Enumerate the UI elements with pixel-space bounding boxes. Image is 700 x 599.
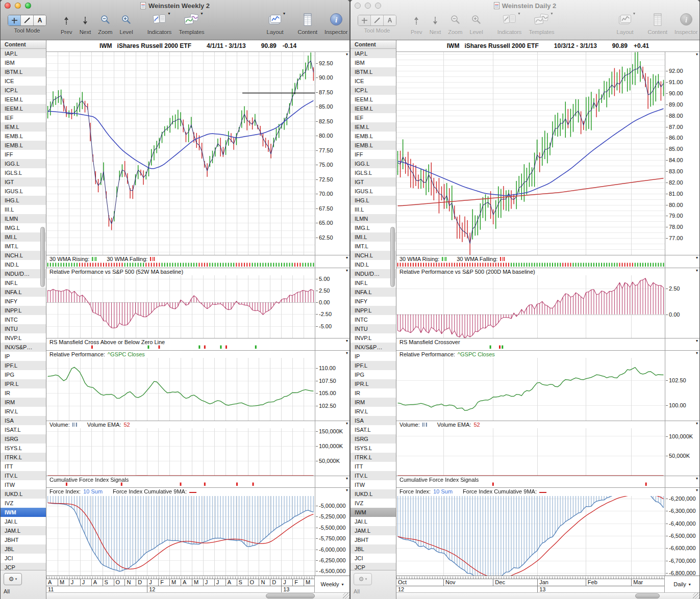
list-item-ipf-l[interactable]: IPF.L (1, 361, 46, 370)
list-item-iukd-l[interactable]: IUKD.L (351, 489, 396, 499)
zoom-out-button[interactable]: Zoom (448, 13, 462, 35)
prev-button[interactable]: Prev (411, 13, 422, 35)
layout-button[interactable]: ▼ Layout (267, 13, 284, 35)
list-item-ipr-l[interactable]: IPR.L (351, 379, 396, 388)
minimize-button[interactable] (15, 3, 21, 9)
action-menu-button[interactable]: ⚙▾ (354, 573, 372, 585)
list-item-infy[interactable]: INFY (351, 297, 396, 306)
layout-button[interactable]: ▼ Layout (617, 13, 634, 35)
list-item-imt-l[interactable]: IMT.L (351, 242, 396, 251)
list-item-isa[interactable]: ISA (1, 416, 46, 425)
list-item-intc[interactable]: INTC (351, 315, 396, 324)
list-item-ip[interactable]: IP (351, 352, 396, 361)
list-item-igg-l[interactable]: IGG.L (351, 159, 396, 168)
line-tool-button[interactable] (371, 15, 384, 25)
inspector-button[interactable]: i Inspector (674, 13, 697, 35)
list-item-igls-l[interactable]: IGLS.L (1, 168, 46, 177)
list-item-irm[interactable]: IRM (1, 398, 46, 407)
list-item-intc[interactable]: INTC (1, 315, 46, 324)
panel-menu-caret[interactable]: ▾ (346, 338, 348, 344)
list-item-jbht[interactable]: JBHT (1, 535, 46, 544)
list-item-irv-l[interactable]: IRV.L (1, 407, 46, 416)
line-tool-button[interactable] (21, 15, 34, 25)
list-item-inx-s-p-[interactable]: INX/S&P… (351, 343, 396, 352)
list-item-ief[interactable]: IEF (351, 113, 396, 122)
sidebar-scrollbar-thumb[interactable] (40, 227, 45, 287)
action-menu-button[interactable]: ⚙▾ (4, 573, 22, 585)
panel-menu-caret[interactable]: ▾ (346, 255, 348, 261)
list-item-ilmn[interactable]: ILMN (351, 214, 396, 223)
panel-menu-caret[interactable]: ▾ (696, 338, 698, 344)
list-item-itt[interactable]: ITT (351, 462, 396, 471)
list-item-imi-l[interactable]: IMI.L (351, 232, 396, 242)
panel-menu-caret[interactable]: ▾ (346, 351, 348, 356)
list-item-ivz[interactable]: IVZ (351, 499, 396, 508)
list-item-infa-l[interactable]: INFA.L (351, 288, 396, 297)
list-item-iwm[interactable]: IWM (1, 508, 46, 517)
list-item-igus-l[interactable]: IGUS.L (351, 187, 396, 196)
content-column-header[interactable]: Content (1, 40, 46, 49)
list-item-ind-l[interactable]: IND.L (1, 260, 46, 269)
close-button[interactable] (5, 3, 11, 9)
templates-button[interactable]: ▼ Templates (529, 13, 554, 35)
list-item-icp-l[interactable]: ICP.L (351, 86, 396, 95)
list-item-ipg[interactable]: IPG (1, 370, 46, 379)
titlebar[interactable]: Weinstein Weekly 2 (1, 0, 349, 11)
list-item-imi-l[interactable]: IMI.L (1, 232, 46, 242)
list-item-jai-l[interactable]: JAI.L (1, 517, 46, 526)
force-index-chart[interactable] (46, 496, 315, 576)
list-item-isa[interactable]: ISA (351, 416, 396, 425)
period-selector[interactable]: Weekly ▾ (315, 576, 349, 592)
list-item-igls-l[interactable]: IGLS.L (351, 168, 396, 177)
list-item-icp-l[interactable]: ICP.L (1, 86, 46, 95)
relative-performance-chart[interactable] (396, 275, 665, 338)
resize-grip[interactable] (693, 593, 699, 599)
list-item-itw[interactable]: ITW (1, 480, 46, 489)
list-item-indu-d-[interactable]: INDU/D… (1, 269, 46, 278)
list-item-ir[interactable]: IR (1, 388, 46, 398)
list-item-itv-l[interactable]: ITV.L (1, 471, 46, 480)
list-item-iap-l[interactable]: IAP.L (351, 49, 396, 58)
list-item-jbl[interactable]: JBL (1, 544, 46, 554)
panel-menu-caret[interactable]: ▾ (696, 488, 698, 493)
content-button[interactable]: Content (298, 13, 318, 35)
list-item-ief[interactable]: IEF (1, 113, 46, 122)
price-chart[interactable] (396, 52, 665, 255)
list-item-ieem-l[interactable]: IEEM.L (1, 95, 46, 104)
list-item-intu[interactable]: INTU (351, 324, 396, 333)
panel-menu-caret[interactable]: ▾ (346, 421, 348, 426)
list-item-iwm[interactable]: IWM (351, 508, 396, 517)
list-item-igus-l[interactable]: IGUS.L (1, 187, 46, 196)
list-item-ipf-l[interactable]: IPF.L (351, 361, 396, 370)
panel-menu-caret[interactable]: ▾ (696, 255, 698, 261)
list-item-ibm[interactable]: IBM (1, 58, 46, 67)
list-item-ibtm-l[interactable]: IBTM.L (1, 67, 46, 76)
list-item-ihg-l[interactable]: IHG.L (351, 196, 396, 205)
indicators-button[interactable]: ▼ Indicators (147, 13, 172, 35)
list-item-ice[interactable]: ICE (1, 76, 46, 86)
list-item-ipg[interactable]: IPG (351, 370, 396, 379)
force-index-chart[interactable] (396, 496, 665, 576)
list-item-itv-l[interactable]: ITV.L (351, 471, 396, 480)
sidebar-scrollbar-thumb[interactable] (390, 227, 395, 287)
list-item-igt[interactable]: IGT (351, 177, 396, 187)
list-item-isat-l[interactable]: ISAT.L (1, 425, 46, 434)
list-item-inpp-l[interactable]: INPP.L (351, 306, 396, 315)
horizontal-scrollbar[interactable] (396, 592, 699, 599)
panel-menu-caret[interactable]: ▾ (346, 488, 348, 493)
list-item-iemb-l[interactable]: IEMB.L (1, 132, 46, 141)
list-item-isrg[interactable]: ISRG (351, 434, 396, 444)
minimize-button[interactable] (365, 3, 371, 9)
list-item-ind-l[interactable]: IND.L (351, 260, 396, 269)
list-item-ibm[interactable]: IBM (351, 58, 396, 67)
list-item-isys-l[interactable]: ISYS.L (1, 444, 46, 453)
relative-performance-chart[interactable] (46, 275, 315, 338)
list-item-isat-l[interactable]: ISAT.L (351, 425, 396, 434)
zoom-window-button[interactable] (25, 3, 31, 9)
next-button[interactable]: Next (430, 13, 441, 35)
list-item-jai-l[interactable]: JAI.L (351, 517, 396, 526)
list-item-jci[interactable]: JCI (351, 554, 396, 563)
list-item-iemb-l[interactable]: IEMB.L (1, 141, 46, 150)
list-item-inf-l[interactable]: INF.L (1, 278, 46, 288)
list-item-inf-l[interactable]: INF.L (351, 278, 396, 288)
